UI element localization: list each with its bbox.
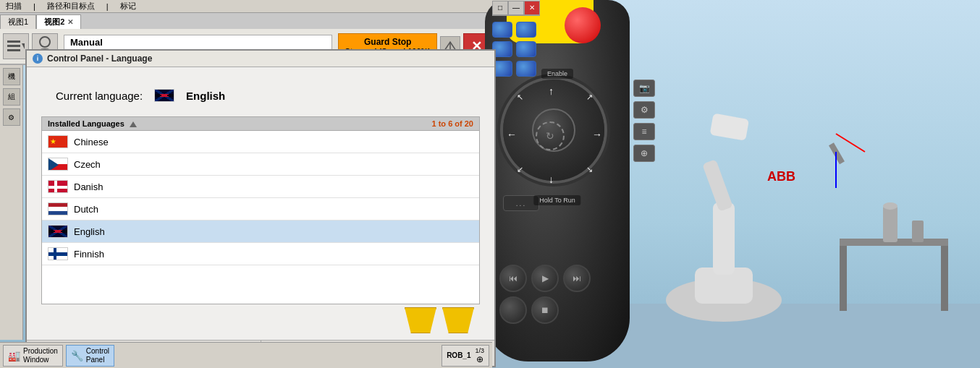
production-window-button[interactable]: 🏭 ProductionWindow xyxy=(3,345,63,367)
svg-rect-17 xyxy=(7,45,20,47)
control-panel-label: ControlPanel xyxy=(86,347,109,364)
svg-rect-2 xyxy=(840,246,847,311)
joystick-arrow-downleft: ↙ xyxy=(517,165,523,174)
svg-rect-3 xyxy=(941,246,948,311)
joystick-arrow-right: → xyxy=(592,129,602,140)
list-item-english[interactable]: English xyxy=(42,221,479,243)
maximize-button[interactable]: □ xyxy=(492,1,508,15)
joystick-arrow-upright: ↗ xyxy=(586,93,593,102)
hold-to-run-label: Hold To Run xyxy=(533,195,580,205)
tp-stop-button[interactable] xyxy=(499,296,527,324)
menu-separator: | xyxy=(33,2,35,11)
current-language-value: English xyxy=(186,90,225,102)
svg-rect-7 xyxy=(702,159,733,212)
sidebar-icon-machine[interactable]: 機 xyxy=(3,68,20,85)
scroll-down-button2[interactable] xyxy=(442,307,474,333)
scroll-down-button[interactable] xyxy=(405,307,436,333)
svg-rect-15 xyxy=(912,221,924,242)
tp-play-button[interactable]: ▶ xyxy=(531,265,559,292)
joystick-arrow-left: ← xyxy=(507,129,517,140)
mode-label: Manual xyxy=(70,37,326,48)
svg-rect-16 xyxy=(7,40,20,43)
rob-name: ROB_1 xyxy=(447,351,470,359)
current-language-row: Current language: English xyxy=(56,89,480,102)
tp-blue-btn-1[interactable] xyxy=(492,22,512,38)
table-header-label: Installed Languages xyxy=(48,119,124,128)
svg-point-20 xyxy=(40,37,50,47)
language-list[interactable]: Chinese Czech Danish Dutch English xyxy=(41,131,480,304)
tab-view2[interactable]: 视图2 ✕ xyxy=(36,14,81,29)
menu-separator2: | xyxy=(106,2,109,11)
joystick-arrow-down: ↓ xyxy=(549,174,554,185)
menu-item-scan[interactable]: 扫描 xyxy=(6,1,22,12)
tp-extra-button[interactable]: ⏹ xyxy=(531,296,559,324)
dialog-content: Current language: English Installed Lang… xyxy=(27,67,494,340)
dialog-icon: i xyxy=(33,54,43,64)
teach-pendant-body: Enable ↑ ↓ ← → ↖ ↗ ↙ ↘ ↻ Hold To Run ...… xyxy=(485,0,630,361)
sidebar-icon-settings[interactable]: ⚙ xyxy=(3,108,20,126)
flag-czech xyxy=(48,158,68,171)
svg-text:ABB: ABB xyxy=(767,169,795,184)
joystick-arrow-up: ↑ xyxy=(549,85,554,97)
tp-list-icon[interactable]: ≡ xyxy=(633,123,655,140)
tp-next-button[interactable]: ⏭ xyxy=(563,265,591,292)
menu-item-mark[interactable]: 标记 xyxy=(120,1,136,12)
tp-blue-btn-6[interactable] xyxy=(516,61,536,77)
list-item[interactable]: Danish xyxy=(42,176,479,198)
language-name-finnish: Finnish xyxy=(74,249,104,260)
svg-rect-13 xyxy=(883,206,897,242)
svg-marker-19 xyxy=(22,43,25,49)
enable-label: Enable xyxy=(541,69,573,79)
flag-danish xyxy=(48,180,68,193)
minimize-button[interactable]: — xyxy=(508,1,524,15)
menu-item-paths[interactable]: 路径和目标点 xyxy=(47,1,95,12)
top-menubar: 扫描 | 路径和目标点 | 标记 xyxy=(0,0,492,13)
svg-rect-6 xyxy=(713,202,735,275)
language-name-danish: Danish xyxy=(74,181,103,192)
rob-icon: ⊕ xyxy=(476,354,483,364)
list-item[interactable]: Czech xyxy=(42,153,479,176)
teach-pendant: Enable ↑ ↓ ← → ↖ ↗ ↙ ↘ ↻ Hold To Run ...… xyxy=(485,0,637,368)
list-item[interactable]: Chinese xyxy=(42,131,479,153)
language-table-header: Installed Languages 1 to 6 of 20 xyxy=(41,116,480,131)
dialog-title: Control Panel - Language xyxy=(47,54,152,64)
tp-add-icon[interactable]: ⊕ xyxy=(633,145,655,162)
flag-english xyxy=(48,225,68,238)
sort-icon[interactable] xyxy=(130,121,137,127)
scroll-controls xyxy=(41,304,480,336)
language-name-chinese: Chinese xyxy=(74,137,109,147)
joystick-arrow-upleft: ↖ xyxy=(517,93,523,102)
rotation-indicator: ↻ xyxy=(536,121,565,150)
control-panel-icon: 🔧 xyxy=(71,350,83,361)
tab-view1[interactable]: 视图1 xyxy=(0,14,36,29)
flag-chinese xyxy=(48,135,68,148)
tp-button-group-top xyxy=(492,22,538,78)
flag-dutch xyxy=(48,202,68,215)
tp-settings-icon[interactable]: ⚙ xyxy=(633,101,655,119)
list-item[interactable]: Finnish xyxy=(42,243,479,265)
tp-prev-button[interactable]: ⏮ xyxy=(499,265,527,292)
tp-blue-btn-2[interactable] xyxy=(516,22,536,38)
taskbar: 🏭 ProductionWindow 🔧 ControlPanel ROB_1 … xyxy=(0,342,492,368)
table-page-info: 1 to 6 of 20 xyxy=(432,119,473,128)
list-item[interactable]: Dutch xyxy=(42,198,479,221)
control-panel-button[interactable]: 🔧 ControlPanel xyxy=(66,345,114,367)
current-flag-icon xyxy=(154,89,174,102)
tp-blue-btn-4[interactable] xyxy=(516,41,536,57)
current-language-label: Current language: xyxy=(56,90,143,102)
svg-point-14 xyxy=(883,202,897,210)
svg-rect-18 xyxy=(7,49,20,51)
production-window-label: ProductionWindow xyxy=(23,347,58,364)
tp-camera-icon[interactable]: 📷 xyxy=(633,80,655,97)
tab-close-icon[interactable]: ✕ xyxy=(67,18,73,26)
emergency-button[interactable] xyxy=(565,7,601,43)
language-dialog: i Control Panel - Language Current langu… xyxy=(25,49,496,367)
flag-finnish xyxy=(48,247,68,260)
language-name-english: English xyxy=(74,226,105,237)
guard-label: Guard Stop xyxy=(364,37,411,47)
left-sidebar: 機 組 ⚙ xyxy=(0,65,23,340)
svg-rect-8 xyxy=(710,114,749,141)
language-name-czech: Czech xyxy=(74,159,101,170)
sidebar-icon-group[interactable]: 組 xyxy=(3,88,20,106)
close-window-button[interactable]: ✕ xyxy=(524,1,540,15)
